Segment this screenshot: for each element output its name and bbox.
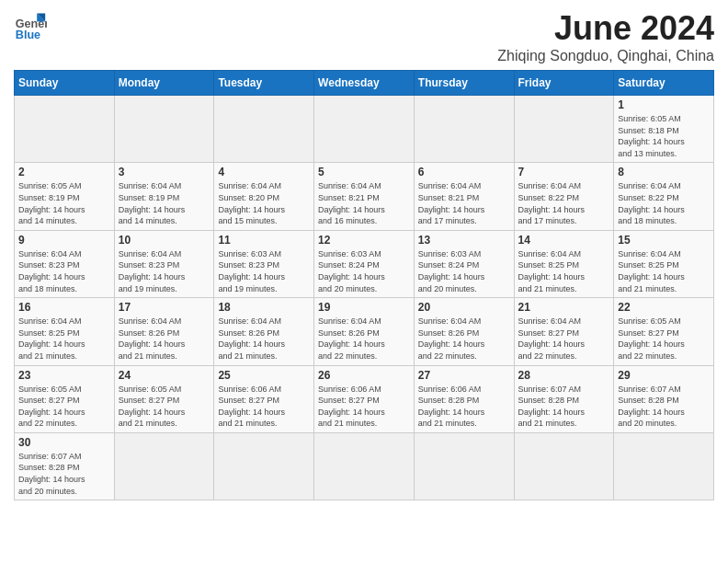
logo: General Blue [14,9,47,42]
calendar-cell: 27Sunrise: 6:06 AM Sunset: 8:28 PM Dayli… [414,365,514,432]
weekday-header-friday: Friday [514,71,614,96]
calendar-cell: 8Sunrise: 6:04 AM Sunset: 8:22 PM Daylig… [614,163,714,230]
day-number: 10 [119,234,210,247]
calendar-cell: 18Sunrise: 6:04 AM Sunset: 8:26 PM Dayli… [214,298,314,365]
day-info: Sunrise: 6:05 AM Sunset: 8:27 PM Dayligh… [119,384,210,430]
day-number: 16 [18,301,110,314]
svg-text:Blue: Blue [16,29,40,41]
calendar-cell: 28Sunrise: 6:07 AM Sunset: 8:28 PM Dayli… [514,365,614,432]
day-info: Sunrise: 6:04 AM Sunset: 8:26 PM Dayligh… [418,316,510,362]
day-number: 21 [518,301,610,314]
day-number: 28 [518,369,610,382]
day-info: Sunrise: 6:04 AM Sunset: 8:27 PM Dayligh… [518,316,610,362]
calendar-cell: 19Sunrise: 6:04 AM Sunset: 8:26 PM Dayli… [314,298,415,365]
weekday-header-thursday: Thursday [414,71,514,96]
calendar-cell [614,432,714,500]
calendar-cell: 11Sunrise: 6:03 AM Sunset: 8:23 PM Dayli… [214,230,314,297]
location-title: Zhiqing Songduo, Qinghai, China [497,48,714,64]
day-info: Sunrise: 6:04 AM Sunset: 8:25 PM Dayligh… [518,248,610,294]
day-info: Sunrise: 6:04 AM Sunset: 8:23 PM Dayligh… [18,248,110,294]
calendar-cell: 14Sunrise: 6:04 AM Sunset: 8:25 PM Dayli… [514,230,614,297]
day-number: 26 [318,369,410,382]
day-info: Sunrise: 6:04 AM Sunset: 8:25 PM Dayligh… [18,316,110,362]
day-info: Sunrise: 6:04 AM Sunset: 8:23 PM Dayligh… [119,248,210,294]
calendar-cell: 4Sunrise: 6:04 AM Sunset: 8:20 PM Daylig… [214,163,314,230]
day-number: 27 [418,369,510,382]
day-number: 13 [418,234,510,247]
calendar-row-4: 23Sunrise: 6:05 AM Sunset: 8:27 PM Dayli… [15,365,714,432]
calendar-cell [414,96,514,163]
weekday-header-saturday: Saturday [614,71,714,96]
day-number: 24 [119,369,210,382]
day-number: 3 [119,166,210,178]
day-number: 2 [18,166,110,178]
day-info: Sunrise: 6:04 AM Sunset: 8:19 PM Dayligh… [119,180,210,226]
calendar-row-2: 9Sunrise: 6:04 AM Sunset: 8:23 PM Daylig… [15,230,714,297]
calendar-cell [314,96,415,163]
day-info: Sunrise: 6:03 AM Sunset: 8:24 PM Dayligh… [418,248,510,294]
day-info: Sunrise: 6:07 AM Sunset: 8:28 PM Dayligh… [618,384,710,430]
day-number: 12 [318,234,410,247]
day-number: 4 [218,166,310,178]
day-info: Sunrise: 6:05 AM Sunset: 8:27 PM Dayligh… [618,316,710,362]
day-info: Sunrise: 6:03 AM Sunset: 8:23 PM Dayligh… [218,248,310,294]
calendar-cell: 7Sunrise: 6:04 AM Sunset: 8:22 PM Daylig… [514,163,614,230]
day-number: 14 [518,234,610,247]
weekday-header-tuesday: Tuesday [214,71,314,96]
header: General Blue June 2024 Zhiqing Songduo, … [14,9,714,64]
day-number: 30 [18,436,110,449]
weekday-header-row: SundayMondayTuesdayWednesdayThursdayFrid… [15,71,714,96]
calendar-cell: 6Sunrise: 6:04 AM Sunset: 8:21 PM Daylig… [414,163,514,230]
day-info: Sunrise: 6:04 AM Sunset: 8:21 PM Dayligh… [318,180,410,226]
calendar-cell [114,96,214,163]
calendar-cell: 26Sunrise: 6:06 AM Sunset: 8:27 PM Dayli… [314,365,415,432]
day-info: Sunrise: 6:06 AM Sunset: 8:27 PM Dayligh… [218,384,310,430]
calendar-cell: 15Sunrise: 6:04 AM Sunset: 8:25 PM Dayli… [614,230,714,297]
day-info: Sunrise: 6:05 AM Sunset: 8:19 PM Dayligh… [18,180,110,226]
day-info: Sunrise: 6:04 AM Sunset: 8:20 PM Dayligh… [218,180,310,226]
weekday-header-wednesday: Wednesday [314,71,415,96]
day-number: 18 [218,301,310,314]
month-title: June 2024 [497,9,714,48]
day-info: Sunrise: 6:04 AM Sunset: 8:26 PM Dayligh… [119,316,210,362]
day-number: 7 [518,166,610,178]
day-number: 17 [119,301,210,314]
day-info: Sunrise: 6:04 AM Sunset: 8:25 PM Dayligh… [618,248,710,294]
day-number: 11 [218,234,310,247]
day-number: 9 [18,234,110,247]
calendar-cell: 22Sunrise: 6:05 AM Sunset: 8:27 PM Dayli… [614,298,714,365]
day-number: 23 [18,369,110,382]
calendar-row-5: 30Sunrise: 6:07 AM Sunset: 8:28 PM Dayli… [15,432,714,500]
calendar-cell: 29Sunrise: 6:07 AM Sunset: 8:28 PM Dayli… [614,365,714,432]
calendar-cell: 10Sunrise: 6:04 AM Sunset: 8:23 PM Dayli… [114,230,214,297]
day-info: Sunrise: 6:04 AM Sunset: 8:21 PM Dayligh… [418,180,510,226]
title-block: June 2024 Zhiqing Songduo, Qinghai, Chin… [497,9,714,64]
calendar-cell: 13Sunrise: 6:03 AM Sunset: 8:24 PM Dayli… [414,230,514,297]
calendar-cell: 9Sunrise: 6:04 AM Sunset: 8:23 PM Daylig… [15,230,115,297]
day-info: Sunrise: 6:04 AM Sunset: 8:26 PM Dayligh… [318,316,410,362]
calendar-cell: 12Sunrise: 6:03 AM Sunset: 8:24 PM Dayli… [314,230,415,297]
day-info: Sunrise: 6:04 AM Sunset: 8:26 PM Dayligh… [218,316,310,362]
day-number: 20 [418,301,510,314]
day-info: Sunrise: 6:04 AM Sunset: 8:22 PM Dayligh… [618,180,710,226]
calendar-cell: 25Sunrise: 6:06 AM Sunset: 8:27 PM Dayli… [214,365,314,432]
calendar-cell: 3Sunrise: 6:04 AM Sunset: 8:19 PM Daylig… [114,163,214,230]
calendar-cell [114,432,214,500]
calendar-table: SundayMondayTuesdayWednesdayThursdayFrid… [14,70,714,500]
day-info: Sunrise: 6:07 AM Sunset: 8:28 PM Dayligh… [18,451,110,497]
day-number: 1 [618,98,710,111]
calendar-cell: 23Sunrise: 6:05 AM Sunset: 8:27 PM Dayli… [15,365,115,432]
day-info: Sunrise: 6:04 AM Sunset: 8:22 PM Dayligh… [518,180,610,226]
day-info: Sunrise: 6:06 AM Sunset: 8:28 PM Dayligh… [418,384,510,430]
calendar-row-1: 2Sunrise: 6:05 AM Sunset: 8:19 PM Daylig… [15,163,714,230]
day-info: Sunrise: 6:05 AM Sunset: 8:27 PM Dayligh… [18,384,110,430]
calendar-cell [514,432,614,500]
weekday-header-monday: Monday [114,71,214,96]
calendar-cell [314,432,415,500]
weekday-header-sunday: Sunday [15,71,115,96]
calendar-cell: 1Sunrise: 6:05 AM Sunset: 8:18 PM Daylig… [614,96,714,163]
day-info: Sunrise: 6:05 AM Sunset: 8:18 PM Dayligh… [618,113,710,159]
calendar-cell: 17Sunrise: 6:04 AM Sunset: 8:26 PM Dayli… [114,298,214,365]
calendar-cell [414,432,514,500]
calendar-cell [214,432,314,500]
